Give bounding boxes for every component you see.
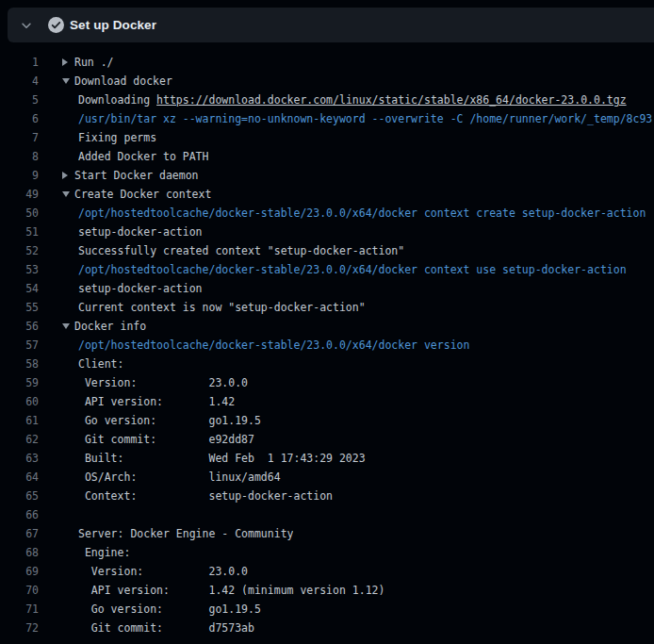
line-number[interactable]: 54 xyxy=(0,279,39,298)
line-number[interactable]: 68 xyxy=(0,543,39,562)
line-number[interactable]: 69 xyxy=(0,562,39,581)
log-text: setup-docker-action xyxy=(78,282,203,295)
line-content: Git commit: e92dd87 xyxy=(78,430,254,449)
log-row: 63 Built: Wed Feb 1 17:43:29 2023 xyxy=(0,449,654,468)
log-group-row[interactable]: 9Start Docker daemon xyxy=(0,166,654,185)
line-content: /usr/bin/tar xz --warning=no-unknown-key… xyxy=(78,109,652,128)
log-text: Client: xyxy=(78,357,123,371)
log-row: 54setup-docker-action xyxy=(0,279,654,298)
line-number[interactable]: 67 xyxy=(0,524,39,543)
line-number[interactable]: 6 xyxy=(0,109,39,128)
log-row: 55Current context is now "setup-docker-a… xyxy=(0,298,654,317)
line-content: Context: setup-docker-action xyxy=(78,487,333,505)
line-content: Create Docker context xyxy=(62,185,211,204)
line-number[interactable]: 4 xyxy=(0,72,39,91)
line-number[interactable]: 58 xyxy=(0,355,39,373)
line-content: Successfully created context "setup-dock… xyxy=(78,241,404,260)
line-content: /opt/hostedtoolcache/docker-stable/23.0.… xyxy=(78,204,646,223)
line-number[interactable]: 56 xyxy=(0,317,39,336)
line-content: API version: 1.42 (minimum version 1.12) xyxy=(78,581,384,600)
line-number[interactable]: 7 xyxy=(0,128,39,147)
caret-down-icon[interactable] xyxy=(62,317,74,336)
line-content: Added Docker to PATH xyxy=(78,147,208,166)
chevron-down-icon[interactable] xyxy=(20,19,33,32)
log-row: 71 Go version: go1.19.5 xyxy=(0,600,654,619)
log-text: setup-docker-action xyxy=(78,225,203,239)
step-title: Set up Docker xyxy=(70,18,156,32)
line-number[interactable]: 59 xyxy=(0,373,39,392)
line-content: Docker info xyxy=(62,317,146,336)
log-row: 60 API version: 1.42 xyxy=(0,392,654,411)
line-number[interactable]: 61 xyxy=(0,411,39,430)
line-number[interactable]: 9 xyxy=(0,166,39,185)
log-row: 65 Context: setup-docker-action xyxy=(0,487,654,505)
line-number[interactable]: 57 xyxy=(0,336,39,355)
log-group-row[interactable]: 4Download docker xyxy=(0,72,654,91)
line-number[interactable]: 60 xyxy=(0,392,39,411)
line-content: Download docker xyxy=(62,72,172,91)
line-number[interactable]: 50 xyxy=(0,204,39,223)
caret-down-icon[interactable] xyxy=(62,72,74,91)
log-text: Go version: go1.19.5 xyxy=(78,603,261,616)
log-group-row[interactable]: 1Run ./ xyxy=(0,53,654,72)
line-content: Start Docker daemon xyxy=(62,166,199,185)
line-number[interactable]: 71 xyxy=(0,600,39,619)
log-url-link[interactable]: https://download.docker.com/linux/static… xyxy=(156,93,627,107)
log-group-row[interactable]: 56Docker info xyxy=(0,317,654,336)
line-content: OS/Arch: linux/amd64 xyxy=(78,468,281,487)
line-content: Version: 23.0.0 xyxy=(78,373,248,392)
group-title: Run ./ xyxy=(74,56,114,69)
line-number[interactable]: 1 xyxy=(0,53,39,72)
line-content: API version: 1.42 xyxy=(78,392,235,411)
log-text: Git commit: d7573ab xyxy=(78,621,254,635)
line-number[interactable]: 49 xyxy=(0,185,39,204)
log-group-row[interactable]: 49Create Docker context xyxy=(0,185,654,204)
log-row: 51setup-docker-action xyxy=(0,223,654,241)
line-number[interactable]: 5 xyxy=(0,91,39,109)
log-text: OS/Arch: linux/amd64 xyxy=(78,471,281,484)
line-content: Run ./ xyxy=(62,53,114,72)
line-number[interactable]: 55 xyxy=(0,298,39,317)
log-row: 6/usr/bin/tar xz --warning=no-unknown-ke… xyxy=(0,109,654,128)
line-number[interactable]: 64 xyxy=(0,468,39,487)
line-content: Engine: xyxy=(78,543,130,562)
line-content: Go version: go1.19.5 xyxy=(78,600,261,619)
line-number[interactable]: 53 xyxy=(0,260,39,279)
line-number[interactable]: 51 xyxy=(0,223,39,241)
line-content: Built: Wed Feb 1 17:43:29 2023 xyxy=(78,449,366,468)
log-row: 5Downloading https://download.docker.com… xyxy=(0,91,654,109)
caret-down-icon[interactable] xyxy=(62,185,74,204)
group-title: Create Docker context xyxy=(74,188,211,201)
caret-right-icon[interactable] xyxy=(62,166,74,185)
line-number[interactable]: 63 xyxy=(0,449,39,468)
log-text: Version: 23.0.0 xyxy=(78,376,248,389)
log-row: 8Added Docker to PATH xyxy=(0,147,654,166)
log-row: 66 xyxy=(0,505,654,524)
log-row: 52Successfully created context "setup-do… xyxy=(0,241,654,260)
step-header[interactable]: Set up Docker xyxy=(8,8,654,42)
log-text: Engine: xyxy=(78,546,130,559)
line-number[interactable]: 8 xyxy=(0,147,39,166)
log-command-text: /usr/bin/tar xz --warning=no-unknown-key… xyxy=(78,112,652,125)
group-title: Docker info xyxy=(74,320,146,333)
log-row: 7Fixing perms xyxy=(0,128,654,147)
line-number[interactable]: 66 xyxy=(0,505,39,524)
log-command-text: /opt/hostedtoolcache/docker-stable/23.0.… xyxy=(78,206,646,220)
line-number[interactable]: 65 xyxy=(0,487,39,505)
line-number[interactable]: 62 xyxy=(0,430,39,449)
log-text: API version: 1.42 xyxy=(78,395,235,408)
log-text: Server: Docker Engine - Community xyxy=(78,527,293,540)
line-content: Fixing perms xyxy=(78,128,156,147)
log-area: 1Run ./4Download docker5Downloading http… xyxy=(0,42,654,637)
log-text: Fixing perms xyxy=(78,131,156,144)
line-number[interactable]: 70 xyxy=(0,581,39,600)
log-command-text: /opt/hostedtoolcache/docker-stable/23.0.… xyxy=(78,339,469,352)
line-number[interactable]: 72 xyxy=(0,619,39,637)
caret-right-icon[interactable] xyxy=(62,53,74,72)
line-number[interactable]: 52 xyxy=(0,241,39,260)
log-row: 61 Go version: go1.19.5 xyxy=(0,411,654,430)
line-content: Current context is now "setup-docker-act… xyxy=(78,298,366,317)
log-row: 58Client: xyxy=(0,355,654,373)
log-row: 68 Engine: xyxy=(0,543,654,562)
line-content: Server: Docker Engine - Community xyxy=(78,524,293,543)
